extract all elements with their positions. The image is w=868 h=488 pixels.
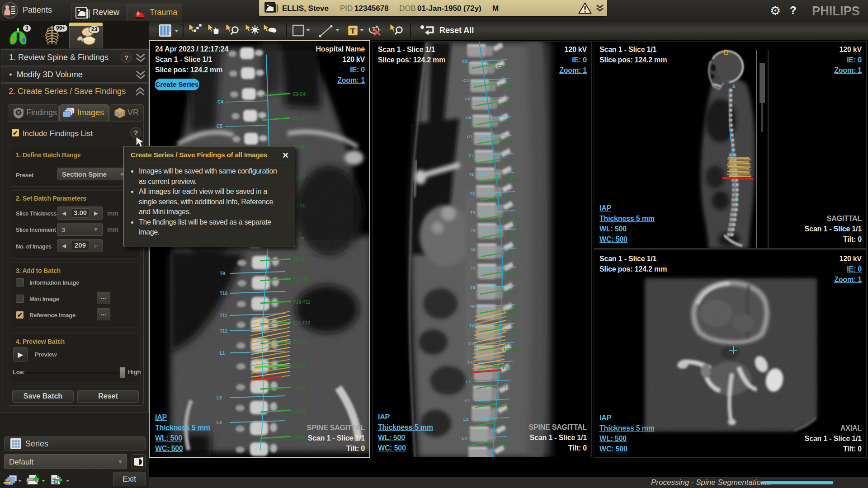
svg-text:L1: L1 <box>220 351 225 356</box>
svg-text:L1-L2: L1-L2 <box>293 364 306 369</box>
svg-text:T5-T6: T5-T6 <box>506 233 517 238</box>
svg-text:L2-L3: L2-L3 <box>500 403 511 408</box>
svg-text:L2-L3: L2-L3 <box>293 385 306 390</box>
svg-text:C5: C5 <box>465 96 471 101</box>
svg-text:T9-T10: T9-T10 <box>293 277 308 282</box>
svg-text:T7-T8: T7-T8 <box>506 271 517 276</box>
svg-text:C7-T1: C7-T1 <box>503 139 515 144</box>
svg-text:T2: T2 <box>469 172 474 177</box>
svg-text:L2: L2 <box>465 398 470 403</box>
svg-text:C6-C7: C6-C7 <box>501 120 514 125</box>
svg-text:T8: T8 <box>470 285 475 290</box>
svg-text:S: S <box>732 84 736 89</box>
svg-text:T10-T11: T10-T11 <box>293 300 311 305</box>
svg-text:L3-L4: L3-L4 <box>499 422 510 427</box>
svg-text:L4: L4 <box>462 436 467 441</box>
svg-text:C4: C4 <box>463 78 469 83</box>
svg-text:L3: L3 <box>463 417 468 422</box>
svg-text:L1-L2: L1-L2 <box>501 384 513 389</box>
svg-text:T1: T1 <box>468 153 474 158</box>
svg-text:T11: T11 <box>468 341 476 346</box>
svg-text:E: E <box>736 195 739 200</box>
svg-text:L4: L4 <box>217 420 222 425</box>
svg-text:T6: T6 <box>471 247 476 252</box>
svg-text:T10: T10 <box>469 323 476 328</box>
svg-text:C3: C3 <box>462 59 467 64</box>
svg-text:T10: T10 <box>220 291 228 296</box>
svg-text:C5: C5 <box>217 124 222 129</box>
svg-text:T8-T9: T8-T9 <box>505 290 517 295</box>
svg-text:T4: T4 <box>470 210 476 215</box>
svg-text:T2-T3: T2-T3 <box>505 177 516 182</box>
svg-text:T12-L1: T12-L1 <box>502 365 516 370</box>
svg-text:T11-T12: T11-T12 <box>503 347 519 352</box>
svg-text:L3-L4: L3-L4 <box>293 408 306 413</box>
svg-text:T1-T2: T1-T2 <box>504 158 515 163</box>
svg-text:L3: L3 <box>217 395 222 400</box>
svg-text:C6: C6 <box>466 115 472 120</box>
svg-text:C7: C7 <box>467 134 472 139</box>
svg-text:L1: L1 <box>466 379 472 384</box>
svg-text:C5-C6: C5-C6 <box>500 101 513 106</box>
svg-text:L4-L5: L4-L5 <box>497 441 509 446</box>
svg-text:T4-T5: T4-T5 <box>505 215 517 220</box>
svg-text:C3-C4: C3-C4 <box>292 92 306 97</box>
svg-text:T10-T11: T10-T11 <box>504 328 520 333</box>
svg-text:T11: T11 <box>220 313 227 318</box>
svg-text:T8-T9: T8-T9 <box>293 257 306 262</box>
svg-text:C4: C4 <box>217 99 223 104</box>
svg-text:T5: T5 <box>471 228 476 233</box>
svg-text:T9: T9 <box>470 304 475 309</box>
svg-text:T12: T12 <box>220 328 228 333</box>
svg-text:T9-T10: T9-T10 <box>505 309 519 314</box>
svg-text:T3-T4: T3-T4 <box>505 196 517 201</box>
svg-text:T11-T12: T11-T12 <box>293 320 311 325</box>
svg-text:T12-L1: T12-L1 <box>293 340 308 345</box>
svg-text:C4-C5: C4-C5 <box>499 83 512 88</box>
svg-text:C4-C5: C4-C5 <box>292 116 306 121</box>
svg-text:T3: T3 <box>470 191 475 196</box>
svg-text:C3-C4: C3-C4 <box>497 64 510 69</box>
svg-text:T9: T9 <box>220 271 225 276</box>
svg-text:T7: T7 <box>471 266 476 271</box>
svg-text:T: T <box>350 27 356 35</box>
svg-text:L4-L5: L4-L5 <box>293 435 306 440</box>
svg-text:T6-T7: T6-T7 <box>506 252 517 257</box>
